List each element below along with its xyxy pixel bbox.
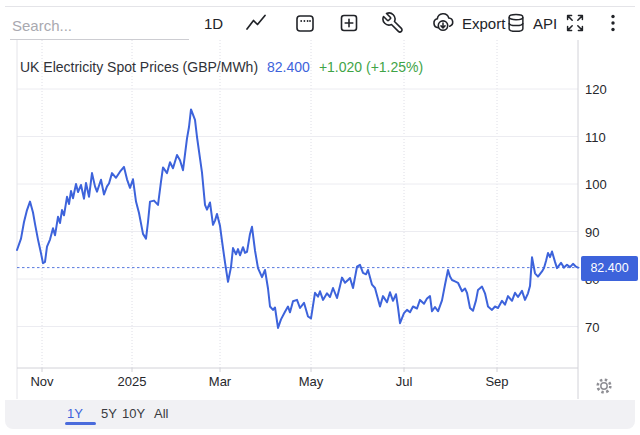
interval-button[interactable]: 1D: [204, 10, 223, 36]
x-tick-label: 2025: [110, 374, 154, 389]
kebab-menu-icon: [601, 11, 625, 35]
chart-type-button[interactable]: [244, 10, 268, 36]
more-menu-button[interactable]: [601, 10, 625, 36]
api-label: API: [533, 15, 557, 32]
x-tick-label: Nov: [20, 374, 64, 389]
y-tick-label: 120: [585, 82, 625, 97]
export-label: Export: [462, 15, 505, 32]
quote-header: UK Electricity Spot Prices (GBP/MWh) 82.…: [20, 59, 423, 75]
range-selector-bar: 1Y5Y10YAll: [5, 400, 635, 429]
fullscreen-button[interactable]: [563, 10, 587, 36]
y-tick-label: 100: [585, 177, 625, 192]
cloud-download-icon: [430, 11, 456, 35]
x-tick-label: Sep: [475, 374, 519, 389]
range-tab-5y[interactable]: 5Y: [101, 406, 117, 421]
calendar-icon: [293, 11, 317, 35]
calendar-button[interactable]: [293, 10, 317, 36]
search-input[interactable]: [10, 11, 189, 40]
expand-arrows-icon: [563, 11, 587, 35]
active-tab-underline: [65, 422, 96, 425]
wrench-icon: [381, 11, 405, 35]
settings-gear-icon[interactable]: [593, 375, 615, 397]
x-tick-label: Jul: [382, 374, 426, 389]
database-icon: [505, 11, 527, 35]
add-indicator-button[interactable]: [337, 10, 361, 36]
range-tab-all[interactable]: All: [154, 406, 168, 421]
interval-label: 1D: [204, 15, 223, 32]
y-tick-label: 70: [585, 320, 625, 335]
last-price: 82.400: [267, 59, 310, 75]
toolbar: 1D: [0, 7, 640, 39]
x-tick-label: May: [289, 374, 333, 389]
current-price-badge: 82.400: [581, 256, 638, 281]
range-tab-1y[interactable]: 1Y: [67, 406, 83, 421]
plus-square-icon: [337, 11, 361, 35]
api-button[interactable]: API: [505, 10, 557, 36]
line-chart-icon: [244, 11, 268, 35]
x-tick-label: Mar: [198, 374, 242, 389]
y-tick-label: 90: [585, 225, 625, 240]
price-change: +1.020 (+1.25%): [319, 59, 423, 75]
range-tab-10y[interactable]: 10Y: [122, 406, 145, 421]
export-button[interactable]: Export: [430, 10, 505, 36]
price-line-series: [17, 109, 578, 328]
instrument-title: UK Electricity Spot Prices (GBP/MWh): [20, 59, 258, 75]
chart-widget: 1D: [0, 0, 640, 435]
tools-button[interactable]: [381, 10, 405, 36]
y-tick-label: 110: [585, 130, 625, 145]
